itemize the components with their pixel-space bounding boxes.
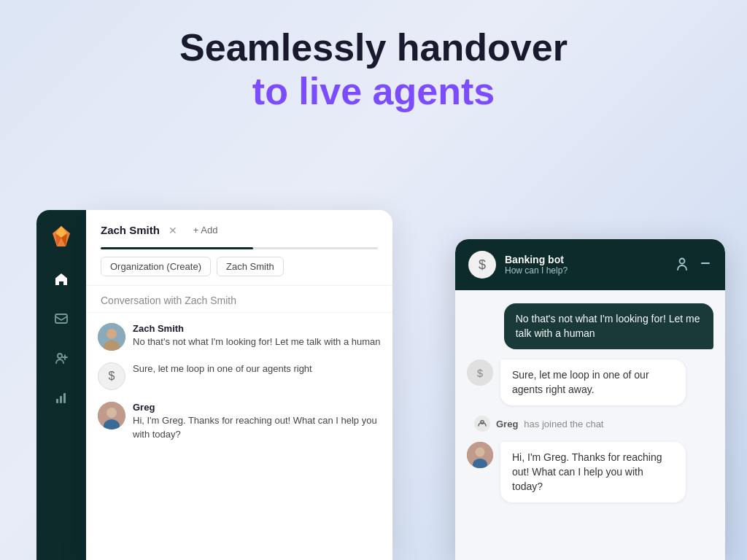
hero-line2: to live agents bbox=[252, 70, 495, 112]
chat-messages-list: Zach Smith No that's not what I'm lookin… bbox=[86, 313, 392, 560]
avatar-zach bbox=[98, 323, 125, 351]
svg-rect-8 bbox=[63, 393, 66, 403]
widget-bot-avatar: $ bbox=[467, 359, 493, 386]
avatar-bot: $ bbox=[98, 362, 125, 390]
avatar-greg bbox=[98, 402, 125, 429]
widget-join-notice: Greg has joined the chat bbox=[467, 416, 713, 432]
bot-dollar-icon: $ bbox=[109, 370, 115, 383]
widget-join-icon bbox=[474, 416, 490, 432]
widget-profile-icon[interactable] bbox=[674, 255, 690, 275]
sidebar-item-inbox[interactable] bbox=[52, 309, 71, 328]
chat-widget: $ Banking bot How can I help? No that's bbox=[455, 239, 725, 560]
svg-point-13 bbox=[107, 408, 117, 418]
message-content-greg: Greg Hi, I'm Greg. Thanks for reaching o… bbox=[133, 402, 381, 442]
message-sender-greg: Greg bbox=[133, 402, 381, 413]
widget-message-greg: Hi, I'm Greg. Thanks for reaching out! W… bbox=[467, 442, 713, 502]
chat-tabs: Zach Smith ✕ + Add bbox=[101, 222, 378, 238]
sidebar-item-contacts[interactable] bbox=[52, 349, 71, 368]
tab-progress-bar bbox=[101, 247, 378, 249]
conversation-title: Conversation with Zach Smith bbox=[86, 286, 392, 313]
message-text-greg: Hi, I'm Greg. Thanks for reaching out! W… bbox=[133, 414, 381, 442]
svg-point-5 bbox=[58, 354, 62, 358]
chat-message-greg: Greg Hi, I'm Greg. Thanks for reaching o… bbox=[98, 402, 381, 442]
org-tags: Organization (Create) Zach Smith bbox=[101, 257, 378, 276]
widget-message-bot: $ Sure, let me loop in one of our agents… bbox=[467, 359, 713, 405]
widget-header-actions bbox=[674, 255, 712, 275]
join-name: Greg bbox=[496, 419, 518, 429]
widget-bot-name: Banking bot bbox=[505, 254, 665, 265]
sidebar-item-home[interactable] bbox=[52, 270, 71, 289]
message-text-bot: Sure, let me loop in one of our agents r… bbox=[133, 362, 381, 376]
widget-message-user: No that's not what I'm looking for! Let … bbox=[504, 303, 713, 349]
chat-message-zach: Zach Smith No that's not what I'm lookin… bbox=[98, 323, 381, 351]
widget-minimize-icon[interactable] bbox=[699, 257, 712, 273]
logo bbox=[48, 223, 74, 249]
widget-messages: No that's not what I'm looking for! Let … bbox=[455, 290, 725, 560]
hero-line1: Seamlessly handover bbox=[179, 26, 568, 69]
message-sender-zach: Zach Smith bbox=[133, 323, 381, 334]
tab-add-button[interactable]: + Add bbox=[186, 222, 225, 238]
message-text-zach: No that's not what I'm looking for! Let … bbox=[133, 335, 381, 349]
chat-message-bot: $ Sure, let me loop in one of our agents… bbox=[98, 362, 381, 390]
widget-bot-subtitle: How can I help? bbox=[505, 265, 665, 276]
widget-bot-icon: $ bbox=[479, 257, 486, 273]
widget-header: $ Banking bot How can I help? bbox=[455, 239, 725, 290]
svg-rect-6 bbox=[56, 399, 58, 403]
message-content-bot: Sure, let me loop in one of our agents r… bbox=[133, 362, 381, 376]
org-tag-1[interactable]: Zach Smith bbox=[217, 257, 284, 276]
chat-panel: Zach Smith ✕ + Add Organization (Create)… bbox=[86, 210, 392, 560]
svg-point-15 bbox=[680, 258, 685, 263]
widget-bot-bubble: Sure, let me loop in one of our agents r… bbox=[500, 359, 686, 405]
svg-rect-4 bbox=[55, 314, 67, 323]
svg-point-16 bbox=[481, 421, 484, 424]
tab-name: Zach Smith bbox=[101, 224, 160, 236]
join-text: has joined the chat bbox=[524, 419, 603, 429]
widget-header-avatar: $ bbox=[468, 251, 496, 279]
tab-close-button[interactable]: ✕ bbox=[166, 223, 180, 238]
hero-section: Seamlessly handover to live agents bbox=[0, 0, 747, 128]
svg-point-10 bbox=[107, 329, 117, 339]
widget-header-info: Banking bot How can I help? bbox=[505, 254, 665, 276]
sidebar bbox=[36, 210, 86, 560]
svg-rect-7 bbox=[60, 396, 62, 403]
widget-greg-bubble: Hi, I'm Greg. Thanks for reaching out! W… bbox=[500, 442, 686, 502]
org-tag-0[interactable]: Organization (Create) bbox=[101, 257, 211, 276]
chat-panel-header: Zach Smith ✕ + Add Organization (Create)… bbox=[86, 210, 392, 286]
widget-bot-dollar: $ bbox=[477, 367, 483, 379]
tab-progress-fill bbox=[101, 247, 253, 249]
sidebar-item-analytics[interactable] bbox=[52, 388, 71, 407]
svg-point-18 bbox=[476, 448, 485, 457]
message-content-zach: Zach Smith No that's not what I'm lookin… bbox=[133, 323, 381, 349]
widget-greg-avatar bbox=[467, 442, 493, 468]
